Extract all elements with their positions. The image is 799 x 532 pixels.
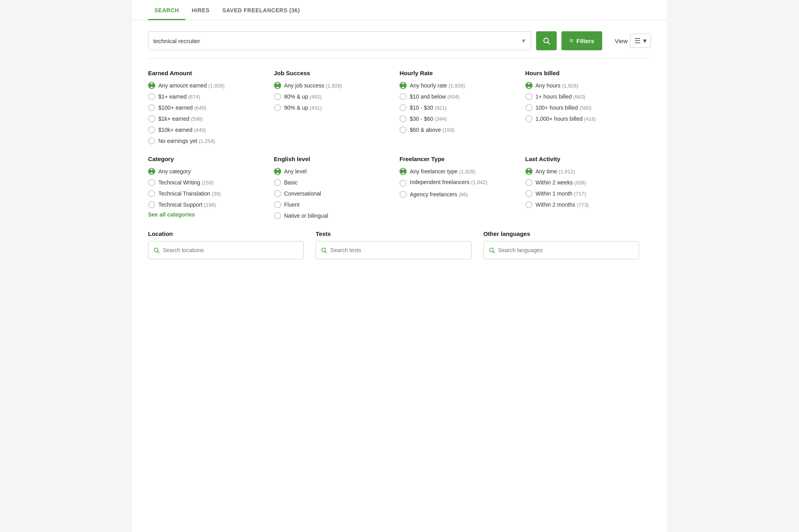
- radio-80pct[interactable]: [274, 93, 281, 100]
- radio-any-hours[interactable]: [525, 82, 533, 89]
- radio-fluent[interactable]: [274, 201, 281, 208]
- list-item[interactable]: Within 1 month (717): [525, 190, 643, 197]
- list-item[interactable]: Independent freelancers (1,842): [400, 179, 517, 187]
- radio-tech-support[interactable]: [148, 201, 155, 208]
- radio-90pct[interactable]: [274, 104, 281, 111]
- list-item[interactable]: $10k+ earned (449): [148, 126, 266, 133]
- radio-any-job-success[interactable]: [274, 82, 281, 89]
- radio-100plus-hours[interactable]: [525, 104, 533, 111]
- svg-point-0: [544, 38, 549, 43]
- list-item[interactable]: 1+ hours billed (663): [525, 93, 643, 100]
- languages-search-input[interactable]: [498, 247, 634, 253]
- list-item[interactable]: Basic: [274, 179, 392, 186]
- list-item[interactable]: $10 - $30 (821): [400, 104, 517, 111]
- list-item[interactable]: Conversational: [274, 190, 392, 197]
- list-item[interactable]: Any freelancer type (1,928): [400, 168, 517, 175]
- radio-agency[interactable]: [400, 191, 407, 198]
- radio-no-earnings[interactable]: [148, 137, 155, 144]
- radio-2months[interactable]: [525, 201, 533, 208]
- list-item[interactable]: Within 2 weeks (638): [525, 179, 643, 186]
- list-item[interactable]: $1+ earned (674): [148, 93, 266, 100]
- radio-1plus-hours[interactable]: [525, 93, 533, 100]
- tab-search[interactable]: SEARCH: [148, 0, 185, 20]
- radio-tech-writing[interactable]: [148, 179, 155, 186]
- search-dropdown-arrow[interactable]: ▼: [518, 38, 527, 44]
- location-section: Location: [148, 230, 316, 259]
- location-search-input[interactable]: [163, 247, 299, 253]
- filter-hourly-rate: Hourly Rate Any hourly rate (1,928) $10 …: [400, 70, 525, 144]
- search-icon: [542, 37, 550, 45]
- list-item[interactable]: Any amount earned (1,928): [148, 82, 266, 89]
- list-item[interactable]: Any hours (1,928): [525, 82, 643, 89]
- list-item[interactable]: 90% & up (431): [274, 104, 392, 111]
- filter-last-activity: Last Activity Any time (1,912) Within 2 …: [525, 156, 651, 219]
- list-item[interactable]: Within 2 months (773): [525, 201, 643, 208]
- list-item[interactable]: $60 & above (159): [400, 126, 517, 133]
- radio-1plus[interactable]: [148, 93, 155, 100]
- see-all-categories-link[interactable]: See all categories: [148, 211, 195, 218]
- list-item[interactable]: 1,000+ hours billed (416): [525, 115, 643, 122]
- filters-button[interactable]: ≡ Filters: [561, 31, 602, 50]
- radio-10below[interactable]: [400, 93, 407, 100]
- tests-section: Tests: [316, 230, 483, 259]
- other-languages-title: Other languages: [483, 230, 639, 237]
- list-item[interactable]: $100+ earned (649): [148, 104, 266, 111]
- radio-10-30[interactable]: [400, 104, 407, 111]
- svg-point-6: [489, 248, 493, 252]
- last-activity-options: Any time (1,912) Within 2 weeks (638) Wi…: [525, 168, 643, 208]
- bottom-search-row: Location Tests Other languages: [132, 219, 667, 275]
- radio-native[interactable]: [274, 212, 281, 219]
- radio-30-60[interactable]: [400, 115, 407, 122]
- list-item[interactable]: Native or bilingual: [274, 212, 392, 219]
- languages-search-wrapper: [483, 241, 639, 259]
- list-item[interactable]: 100+ hours billed (580): [525, 104, 643, 111]
- radio-1month[interactable]: [525, 190, 533, 197]
- tests-search-input[interactable]: [330, 247, 466, 253]
- radio-basic[interactable]: [274, 179, 281, 186]
- tests-search-wrapper: [316, 241, 471, 259]
- category-options: Any category Technical Writing (159) Tec…: [148, 168, 266, 208]
- list-item[interactable]: Technical Translation (39): [148, 190, 266, 197]
- radio-any-freelancer[interactable]: [400, 168, 407, 175]
- list-item[interactable]: Any job success (1,928): [274, 82, 392, 89]
- list-item[interactable]: $1k+ earned (598): [148, 115, 266, 122]
- list-item[interactable]: No earnings yet (1,254): [148, 137, 266, 144]
- filter-grid-row2: Category Any category Technical Writing …: [132, 144, 667, 219]
- tab-hires[interactable]: HIRES: [185, 0, 216, 20]
- job-success-options: Any job success (1,928) 80% & up (492) 9…: [274, 82, 392, 111]
- svg-line-1: [548, 42, 550, 44]
- radio-any-time[interactable]: [525, 168, 533, 175]
- list-item[interactable]: Technical Writing (159): [148, 179, 266, 186]
- list-item[interactable]: Technical Support (198): [148, 201, 266, 208]
- list-item[interactable]: Fluent: [274, 201, 392, 208]
- languages-search-icon: [489, 247, 495, 253]
- radio-100plus[interactable]: [148, 104, 155, 111]
- radio-tech-translation[interactable]: [148, 190, 155, 197]
- filter-category: Category Any category Technical Writing …: [148, 156, 274, 219]
- view-toggle[interactable]: ☰ ▾: [630, 34, 651, 48]
- list-item[interactable]: $10 and below (604): [400, 93, 517, 100]
- filter-freelancer-type: Freelancer Type Any freelancer type (1,9…: [400, 156, 525, 219]
- radio-1000plus-hours[interactable]: [525, 115, 533, 122]
- list-item[interactable]: Any level: [274, 168, 392, 175]
- search-input[interactable]: [153, 38, 518, 44]
- radio-any-amount[interactable]: [148, 82, 155, 89]
- list-item[interactable]: $30 - $60 (344): [400, 115, 517, 122]
- radio-10kplus[interactable]: [148, 126, 155, 133]
- radio-60above[interactable]: [400, 126, 407, 133]
- list-item[interactable]: Any hourly rate (1,928): [400, 82, 517, 89]
- radio-1kplus[interactable]: [148, 115, 155, 122]
- list-item[interactable]: 80% & up (492): [274, 93, 392, 100]
- radio-conversational[interactable]: [274, 190, 281, 197]
- view-chevron-down-icon: ▾: [643, 36, 647, 45]
- list-item[interactable]: Any time (1,912): [525, 168, 643, 175]
- search-button[interactable]: [536, 31, 557, 50]
- list-item[interactable]: Any category: [148, 168, 266, 175]
- list-item[interactable]: Agency freelancers (86): [400, 191, 517, 198]
- radio-2weeks[interactable]: [525, 179, 533, 186]
- radio-any-category[interactable]: [148, 168, 155, 175]
- radio-independent[interactable]: [400, 180, 407, 187]
- radio-any-rate[interactable]: [400, 82, 407, 89]
- radio-any-level[interactable]: [274, 168, 281, 175]
- tab-saved-freelancers[interactable]: SAVED FREELANCERS (36): [216, 0, 306, 20]
